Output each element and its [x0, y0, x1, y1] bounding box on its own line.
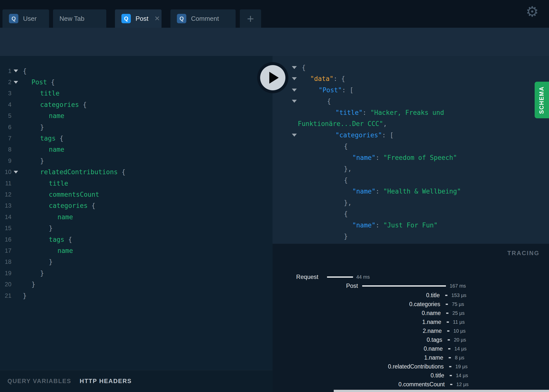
line-number: 13: [0, 202, 11, 209]
fold-arrow-icon[interactable]: [14, 70, 18, 72]
tracing-resolver-bar: [449, 357, 451, 358]
response-line: {: [273, 96, 549, 107]
tab-user[interactable]: QUser: [2, 9, 49, 28]
response-line: {: [273, 208, 549, 220]
tracing-resolver-label: 0.tags: [275, 337, 442, 343]
editor-line: 13categories {: [0, 200, 273, 211]
horizontal-scrollbar[interactable]: [334, 390, 549, 392]
line-number: 9: [0, 157, 11, 164]
tab-label: Comment: [191, 15, 219, 23]
line-number: 2: [0, 79, 11, 86]
editor-line: 4categories {: [0, 99, 273, 110]
tab-label: Post: [136, 15, 148, 23]
tracing-span-row: Request44 ms: [273, 272, 370, 281]
editor-code: }: [23, 258, 53, 266]
editor-line: 17name: [0, 245, 273, 256]
tracing-resolver-label: 0.name: [274, 310, 441, 317]
line-number: 4: [0, 101, 11, 108]
execute-query-button[interactable]: [257, 62, 288, 93]
code-token: {: [56, 135, 63, 142]
editor-code: }: [23, 292, 27, 299]
editor-code: name: [23, 146, 64, 153]
code-token: {: [47, 78, 55, 86]
schema-tab-button[interactable]: SCHEMA: [535, 82, 549, 118]
tracing-resolver-duration: 20 µs: [454, 337, 466, 343]
line-number: 7: [0, 135, 11, 142]
tracing-resolver-label: 0.name: [275, 345, 443, 352]
query-variables-tab[interactable]: QUERY VARIABLES: [7, 378, 71, 385]
code-token: }: [40, 123, 44, 131]
tracing-resolver-row: 0.title153 µs: [273, 291, 466, 300]
line-number: 10: [0, 169, 11, 175]
tracing-resolver-bar: [450, 375, 452, 376]
collapse-gutter: [292, 77, 302, 80]
close-tab-icon[interactable]: ✕: [154, 15, 160, 23]
json-token: "Freedom of Speech": [383, 154, 457, 161]
editor-code: {: [23, 67, 27, 75]
response-code: "title": "Hacker, Freaks und: [302, 109, 444, 116]
fold-arrow-icon[interactable]: [14, 81, 18, 84]
tracing-resolver-bar: [450, 384, 452, 385]
tracing-resolver-bar: [448, 348, 450, 349]
code-token: name: [49, 146, 64, 153]
tracing-resolver-bar: [448, 339, 450, 341]
settings-gear-icon[interactable]: ⚙: [526, 4, 539, 19]
editor-line: 1{: [0, 65, 273, 76]
json-token: "title": [335, 109, 363, 116]
tracing-resolver-label: 2.name: [274, 328, 442, 334]
tracing-title: TRACING: [507, 250, 540, 257]
code-token: title: [49, 180, 68, 187]
json-token: : [: [342, 86, 354, 94]
tab-comment[interactable]: QComment: [170, 9, 236, 28]
add-tab-button[interactable]: +: [240, 9, 261, 28]
code-token: name: [57, 247, 73, 254]
json-token: : {: [333, 75, 345, 82]
code-token: }: [49, 224, 53, 232]
response-line: "Post": [: [273, 84, 549, 96]
collapse-arrow-icon[interactable]: [292, 89, 297, 92]
tracing-resolver-row: 1.name8 µs: [276, 353, 464, 362]
editor-bottom-bar: QUERY VARIABLES HTTP HEADERS: [0, 370, 273, 392]
editor-line: 12commentsCount: [0, 189, 273, 200]
tracing-resolver-duration: 14 µs: [456, 373, 468, 378]
tracing-span-bar: [327, 276, 353, 278]
tab-bar: QUserNew TabQPost✕QComment + ⚙: [0, 0, 549, 28]
json-token: "Post": [319, 86, 342, 94]
editor-line: 16tags {: [0, 234, 273, 245]
code-token: name: [57, 213, 73, 221]
json-token: :: [376, 188, 383, 195]
json-token: {: [344, 176, 348, 184]
fold-arrow-icon[interactable]: [14, 171, 18, 173]
tab-new-tab[interactable]: New Tab: [53, 9, 106, 28]
http-headers-tab[interactable]: HTTP HEADERS: [80, 378, 132, 385]
code-token: tags: [49, 236, 64, 243]
code-token: tags: [40, 135, 56, 142]
line-number: 1: [0, 68, 11, 74]
response-line: {: [273, 62, 549, 73]
collapse-arrow-icon[interactable]: [292, 100, 297, 103]
editor-line: 19}: [0, 268, 273, 279]
collapse-arrow-icon[interactable]: [292, 134, 297, 137]
line-number: 11: [0, 180, 11, 187]
editor-line: 15}: [0, 222, 273, 234]
response-line: "name": "Health & Wellbeing": [273, 186, 549, 197]
response-line: "name": "Freedom of Speech": [273, 152, 549, 163]
json-token: "categories": [335, 131, 382, 139]
tracing-resolver-duration: 10 µs: [453, 328, 466, 334]
tracing-span-row: Post167 ms: [273, 281, 466, 290]
schema-tab-label: SCHEMA: [539, 86, 545, 114]
editor-line: 5name: [0, 110, 273, 122]
fold-gutter: [11, 171, 23, 173]
response-line: }: [273, 231, 549, 242]
tracing-resolver-row: 0.tags20 µs: [275, 335, 466, 344]
tracing-resolver-row: 2.name10 µs: [274, 326, 466, 335]
query-editor[interactable]: 1{2Post {3title4categories {5name6}7tags…: [0, 56, 273, 370]
editor-line: 20}: [0, 279, 273, 290]
tab-post[interactable]: QPost✕: [115, 9, 162, 28]
collapse-arrow-icon[interactable]: [292, 77, 297, 80]
query-type-badge: Q: [9, 14, 18, 23]
tracing-resolver-duration: 153 µs: [451, 293, 466, 298]
collapse-arrow-icon[interactable]: [292, 66, 297, 69]
editor-code: tags {: [23, 135, 63, 142]
tracing-resolver-row: 0.relatedContributions19 µs: [276, 362, 467, 371]
